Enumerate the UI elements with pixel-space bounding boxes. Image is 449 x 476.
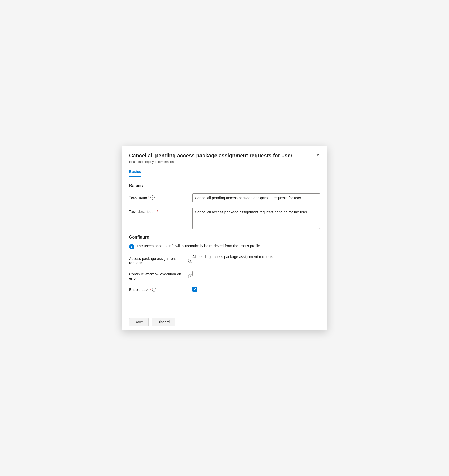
continue-on-error-info-icon[interactable]: i [188, 274, 192, 278]
task-name-row: Task name * i [129, 193, 320, 202]
dialog-body: Basics Task name * i Task description * [122, 177, 327, 314]
dialog-subtitle: Real-time employee termination [129, 160, 320, 164]
continue-on-error-control [192, 270, 320, 276]
enable-task-checkbox[interactable] [192, 287, 197, 292]
info-banner: i The user's account info will automatic… [129, 244, 320, 249]
enable-task-control [192, 286, 320, 292]
task-description-row: Task description * [129, 208, 320, 230]
dialog-footer: Save Discard [122, 314, 327, 330]
continue-on-error-row: Continue workflow execution on error i [129, 270, 320, 280]
access-package-value: All pending access package assignment re… [192, 255, 320, 259]
enable-task-required: * [149, 288, 151, 292]
dialog-title: Cancel all pending access package assign… [129, 152, 320, 159]
task-description-label: Task description * [129, 208, 192, 214]
dialog: Cancel all pending access package assign… [122, 146, 327, 330]
configure-section: Configure i The user's account info will… [129, 235, 320, 292]
access-package-label: Access package assignment requests i [129, 255, 192, 265]
close-button[interactable]: × [314, 151, 322, 159]
enable-task-row: Enable task * i [129, 286, 320, 292]
close-icon: × [316, 153, 319, 158]
task-name-input[interactable] [192, 193, 320, 202]
enable-task-label: Enable task * i [129, 286, 192, 292]
configure-heading: Configure [129, 235, 320, 240]
task-description-control [192, 208, 320, 230]
basics-heading: Basics [129, 183, 320, 188]
task-name-required: * [148, 195, 149, 200]
access-package-info-icon[interactable]: i [188, 259, 192, 263]
info-circle-icon: i [129, 244, 134, 249]
discard-button[interactable]: Discard [152, 318, 175, 326]
enable-task-info-icon[interactable]: i [152, 288, 156, 292]
task-name-control [192, 193, 320, 202]
continue-on-error-label: Continue workflow execution on error i [129, 270, 192, 280]
task-name-info-icon[interactable]: i [150, 195, 155, 200]
access-package-row: Access package assignment requests i All… [129, 255, 320, 265]
task-description-input[interactable] [192, 208, 320, 229]
tabs-container: Basics [122, 167, 327, 177]
info-banner-text: The user's account info will automatical… [136, 244, 261, 248]
tab-basics[interactable]: Basics [129, 167, 141, 177]
task-description-required: * [157, 210, 158, 214]
task-name-label: Task name * i [129, 193, 192, 200]
continue-on-error-checkbox[interactable] [192, 271, 197, 276]
dialog-header: Cancel all pending access package assign… [122, 146, 327, 167]
save-button[interactable]: Save [129, 318, 149, 326]
